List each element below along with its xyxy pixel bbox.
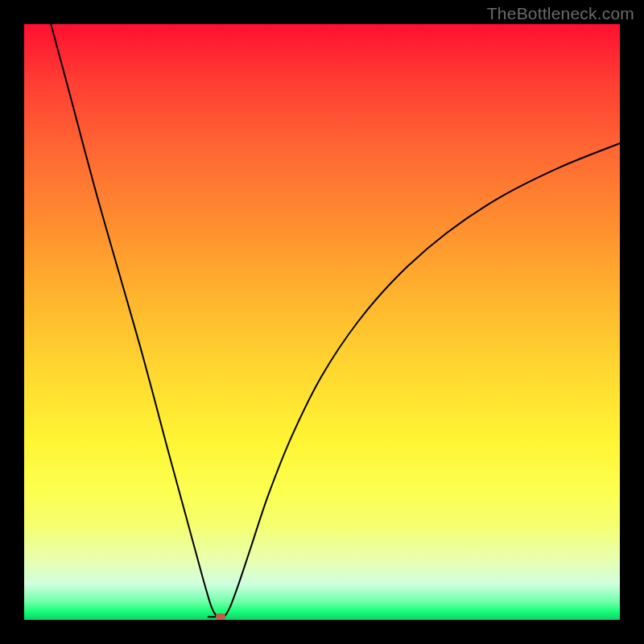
watermark-text: TheBottleneck.com: [487, 4, 634, 23]
plot-area: [24, 24, 620, 620]
optimal-point-marker: [216, 613, 225, 620]
bottleneck-curve: [51, 24, 620, 618]
chart-frame: TheBottleneck.com: [0, 0, 644, 644]
curve-svg: [24, 24, 620, 620]
